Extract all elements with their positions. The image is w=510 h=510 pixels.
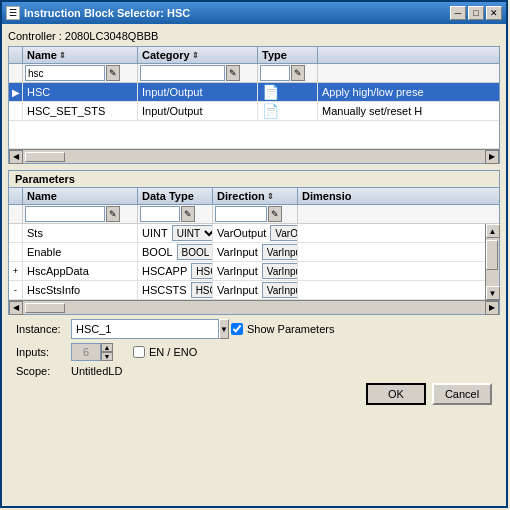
show-params-checkbox[interactable]: [231, 323, 243, 335]
instance-row: Instance: ▼ Show Parameters: [16, 319, 492, 339]
cell-dtype: BOOL BOOL: [138, 243, 213, 261]
table-row[interactable]: Sts UINT UINT VarOutput VarOutput: [9, 224, 485, 243]
filter-rest-cell: [318, 64, 499, 82]
cell-dtype: HSCAPP HSCAPP: [138, 262, 213, 280]
close-button[interactable]: ✕: [486, 6, 502, 20]
instructions-panel: Name ⇕ Category ⇕ Type ✎: [8, 46, 500, 164]
show-params-label[interactable]: Show Parameters: [231, 323, 334, 335]
spinner-up-btn[interactable]: ▲: [101, 343, 113, 352]
filter-type-input[interactable]: [260, 65, 290, 81]
en-eno-label[interactable]: EN / ENO: [133, 346, 197, 358]
table-row[interactable]: + HscAppData HSCAPP HSCAPP VarInput VarI…: [9, 262, 485, 281]
cell-pname: HscStsInfo: [23, 281, 138, 299]
pfilter-dtype-btn[interactable]: ✎: [181, 206, 195, 222]
pfilter-dtype-cell: ✎: [138, 205, 213, 223]
table-row[interactable]: ▶ HSC Input/Output 📄 Apply high/low pres…: [9, 83, 499, 102]
row-indicator: [9, 102, 23, 120]
inputs-value[interactable]: [71, 343, 101, 361]
instance-dropdown-btn[interactable]: ▼: [219, 319, 229, 339]
dir-select-hscapp[interactable]: VarInput: [262, 263, 298, 279]
sort-icon-name[interactable]: ⇕: [59, 51, 66, 60]
cell-desc: Apply high/low prese: [318, 83, 499, 101]
cell-dir: VarInput VarInput: [213, 243, 298, 261]
filter-name-btn[interactable]: ✎: [106, 65, 120, 81]
params-col-dim: Dimensio: [298, 188, 499, 204]
dtype-select-sts[interactable]: UINT: [172, 225, 213, 241]
spinner-down-btn[interactable]: ▼: [101, 352, 113, 361]
vscroll-track: [486, 238, 499, 286]
cell-dim: [298, 281, 485, 299]
en-eno-checkbox[interactable]: [133, 346, 145, 358]
cell-dir: VarOutput VarOutput: [213, 224, 298, 242]
instance-label: Instance:: [16, 323, 71, 335]
row-indicator: +: [9, 262, 23, 280]
spinner-arrows: ▲ ▼: [101, 343, 113, 361]
instance-input[interactable]: [71, 319, 219, 339]
hscroll-thumb2[interactable]: [25, 303, 65, 313]
expand-icon[interactable]: -: [14, 285, 17, 295]
col-header-desc: [318, 47, 499, 63]
filter-type-cell: ✎: [258, 64, 318, 82]
vscroll-up-btn[interactable]: ▲: [486, 224, 500, 238]
ok-button[interactable]: OK: [366, 383, 426, 405]
filter-name-cell: ✎: [23, 64, 138, 82]
dir-select-enable[interactable]: VarInput: [262, 244, 298, 260]
cell-dir: VarInput VarInput: [213, 281, 298, 299]
dialog-buttons: OK Cancel: [16, 383, 492, 405]
table-row[interactable]: Enable BOOL BOOL VarInput VarInput: [9, 243, 485, 262]
instance-combo: ▼: [71, 319, 211, 339]
table-row[interactable]: HSC_SET_STS Input/Output 📄 Manually set/…: [9, 102, 499, 121]
vscroll-thumb[interactable]: [486, 240, 498, 270]
sort-icon-category[interactable]: ⇕: [192, 51, 199, 60]
pfilter-dir-input[interactable]: [215, 206, 267, 222]
hscrollbar-instructions[interactable]: ◀ ▶: [9, 149, 499, 163]
row-indicator: [9, 243, 23, 261]
cancel-button[interactable]: Cancel: [432, 383, 492, 405]
row-indicator: -: [9, 281, 23, 299]
hscroll-right-btn2[interactable]: ▶: [485, 301, 499, 315]
window-icon: ☰: [6, 6, 20, 20]
minimize-button[interactable]: ─: [450, 6, 466, 20]
hscroll-left-btn[interactable]: ◀: [9, 150, 23, 164]
vscrollbar-params[interactable]: ▲ ▼: [485, 224, 499, 300]
filter-type-btn[interactable]: ✎: [291, 65, 305, 81]
hscrollbar-params[interactable]: ◀ ▶: [9, 300, 499, 314]
filter-row: ✎ ✎ ✎: [9, 64, 499, 83]
pfilter-dtype-input[interactable]: [140, 206, 180, 222]
hscroll-thumb[interactable]: [25, 152, 65, 162]
cell-name: HSC_SET_STS: [23, 102, 138, 120]
row-indicator: [9, 224, 23, 242]
inputs-label: Inputs:: [16, 346, 71, 358]
cell-pname: Enable: [23, 243, 138, 261]
dtype-select-hscsts[interactable]: HSCSTS: [191, 282, 213, 298]
col-header-category: Category ⇕: [138, 47, 258, 63]
expand-icon[interactable]: +: [13, 266, 18, 276]
scope-label: Scope:: [16, 365, 71, 377]
cell-dim: [298, 243, 485, 261]
dir-select-hscsts[interactable]: VarInput: [262, 282, 298, 298]
cell-dtype: HSCSTS HSCSTS: [138, 281, 213, 299]
vscroll-down-btn[interactable]: ▼: [486, 286, 500, 300]
window-title: Instruction Block Selector: HSC: [24, 7, 446, 19]
pfilter-name-btn[interactable]: ✎: [106, 206, 120, 222]
filter-category-input[interactable]: [140, 65, 225, 81]
hscroll-left-btn2[interactable]: ◀: [9, 301, 23, 315]
pfilter-name-cell: ✎: [23, 205, 138, 223]
sort-icon-dir[interactable]: ⇕: [267, 192, 274, 201]
pfilter-name-input[interactable]: [25, 206, 105, 222]
dir-select-sts[interactable]: VarOutput: [270, 225, 298, 241]
filter-category-btn[interactable]: ✎: [226, 65, 240, 81]
pfilter-dir-btn[interactable]: ✎: [268, 206, 282, 222]
cell-pname: HscAppData: [23, 262, 138, 280]
title-bar: ☰ Instruction Block Selector: HSC ─ □ ✕: [2, 2, 506, 24]
table-row[interactable]: - HscStsInfo HSCSTS HSCSTS VarInput VarI…: [9, 281, 485, 300]
dtype-select-hscapp[interactable]: HSCAPP: [191, 263, 213, 279]
filter-name-input[interactable]: [25, 65, 105, 81]
maximize-button[interactable]: □: [468, 6, 484, 20]
col-header-name: Name ⇕: [23, 47, 138, 63]
dtype-select-enable[interactable]: BOOL: [177, 244, 213, 260]
hscroll-right-btn[interactable]: ▶: [485, 150, 499, 164]
filter-category-cell: ✎: [138, 64, 258, 82]
cell-category: Input/Output: [138, 83, 258, 101]
cell-category: Input/Output: [138, 102, 258, 120]
